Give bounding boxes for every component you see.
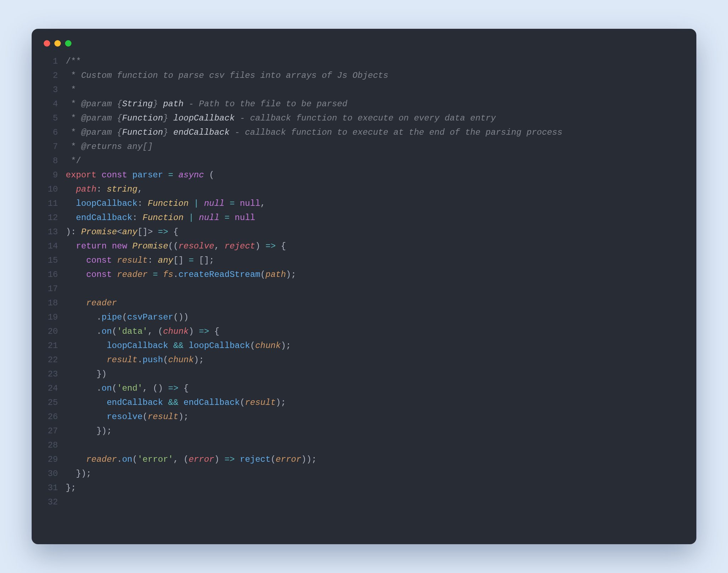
code-line: }; — [66, 481, 562, 495]
code-line — [66, 438, 562, 452]
window-titlebar — [42, 39, 686, 54]
line-number: 28 — [42, 438, 58, 452]
line-number: 1 — [42, 54, 58, 69]
code-line: loopCallback: Function | null = null, — [66, 197, 562, 211]
line-number: 12 — [42, 211, 58, 225]
line-number: 18 — [42, 296, 58, 310]
code-line: resolve(result); — [66, 410, 562, 424]
code-line — [66, 282, 562, 296]
code-line: }) — [66, 367, 562, 381]
line-number: 31 — [42, 481, 58, 495]
code-line: reader.on('error', (error) => reject(err… — [66, 452, 562, 467]
code-line: * — [66, 83, 562, 97]
code-line: .on('end', () => { — [66, 381, 562, 396]
code-line: endCallback && endCallback(result); — [66, 396, 562, 410]
close-icon[interactable] — [44, 40, 50, 47]
code-line: reader — [66, 296, 562, 310]
line-number: 4 — [42, 97, 58, 111]
line-number: 2 — [42, 69, 58, 83]
line-number: 9 — [42, 168, 58, 182]
line-number: 17 — [42, 282, 58, 296]
line-number: 5 — [42, 111, 58, 125]
code-line: */ — [66, 154, 562, 168]
line-number: 20 — [42, 325, 58, 339]
line-number: 13 — [42, 225, 58, 239]
line-number: 16 — [42, 268, 58, 282]
line-number: 25 — [42, 396, 58, 410]
code-line: * Custom function to parse csv files int… — [66, 69, 562, 83]
code-line: ): Promise<any[]> => { — [66, 225, 562, 239]
minimize-icon[interactable] — [54, 40, 61, 47]
line-number: 7 — [42, 140, 58, 154]
line-number-gutter: 1234567891011121314151617181920212223242… — [42, 54, 66, 509]
code-line: }); — [66, 424, 562, 438]
code-line: * @param {Function} loopCallback - callb… — [66, 111, 562, 125]
code-line: }); — [66, 467, 562, 481]
code-line: * @param {String} path - Path to the fil… — [66, 97, 562, 111]
code-line: .on('data', (chunk) => { — [66, 325, 562, 339]
line-number: 29 — [42, 452, 58, 467]
line-number: 22 — [42, 353, 58, 367]
line-number: 14 — [42, 239, 58, 253]
line-number: 26 — [42, 410, 58, 424]
code-line: const result: any[] = []; — [66, 253, 562, 268]
line-number: 27 — [42, 424, 58, 438]
code-line: * @returns any[] — [66, 140, 562, 154]
code-content: /** * Custom function to parse csv files… — [66, 54, 562, 509]
code-line: * @param {Function} endCallback - callba… — [66, 125, 562, 140]
code-editor: 1234567891011121314151617181920212223242… — [42, 54, 686, 509]
line-number: 15 — [42, 253, 58, 268]
line-number: 32 — [42, 495, 58, 509]
code-line: const reader = fs.createReadStream(path)… — [66, 268, 562, 282]
line-number: 10 — [42, 182, 58, 197]
line-number: 24 — [42, 381, 58, 396]
line-number: 8 — [42, 154, 58, 168]
code-window: 1234567891011121314151617181920212223242… — [32, 29, 696, 544]
code-line: endCallback: Function | null = null — [66, 211, 562, 225]
code-line: return new Promise((resolve, reject) => … — [66, 239, 562, 253]
code-line: loopCallback && loopCallback(chunk); — [66, 339, 562, 353]
code-line: result.push(chunk); — [66, 353, 562, 367]
code-line — [66, 495, 562, 509]
code-line: .pipe(csvParser()) — [66, 310, 562, 325]
zoom-icon[interactable] — [65, 40, 71, 47]
line-number: 3 — [42, 83, 58, 97]
line-number: 11 — [42, 197, 58, 211]
code-line: path: string, — [66, 182, 562, 197]
line-number: 21 — [42, 339, 58, 353]
line-number: 30 — [42, 467, 58, 481]
line-number: 19 — [42, 310, 58, 325]
code-line: export const parser = async ( — [66, 168, 562, 182]
code-line: /** — [66, 54, 562, 69]
line-number: 23 — [42, 367, 58, 381]
line-number: 6 — [42, 125, 58, 140]
